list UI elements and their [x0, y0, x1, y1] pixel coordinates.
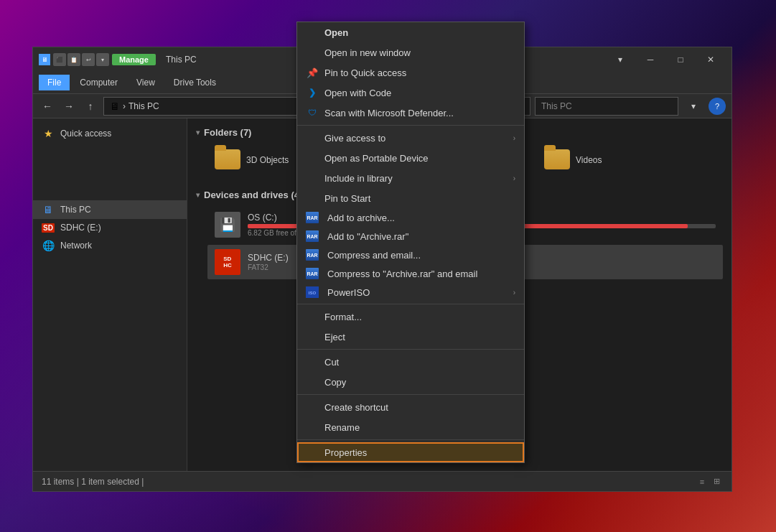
ctx-rar4-icon: RAR	[306, 268, 319, 279]
folder-videos[interactable]: Videos	[537, 145, 641, 175]
quick-access-icons: ⬛ 📋 ↩ ▾	[53, 53, 109, 66]
ctx-rar3-icon: RAR	[306, 249, 319, 261]
ctx-poweriso[interactable]: ISO PowerISO ›	[297, 283, 524, 302]
drives-title: Devices and drives (4)	[204, 190, 302, 200]
ctx-open-new-window[interactable]: Open in new window	[297, 42, 524, 62]
ctx-sep-4	[297, 394, 524, 395]
ctx-poweriso-icon: ISO	[306, 286, 319, 298]
ctx-open-portable[interactable]: Open as Portable Device	[297, 148, 524, 168]
ctx-pin-icon: 📌	[306, 66, 319, 79]
view-icons: ≡ ⊞	[696, 475, 723, 488]
folder-videos-label: Videos	[576, 155, 602, 165]
ctx-give-access-arrow: ›	[513, 134, 515, 142]
tab-computer[interactable]: Computer	[71, 75, 126, 90]
sidebar-item-this-pc[interactable]: 🖥 This PC	[33, 200, 187, 219]
ctx-open-vscode[interactable]: ❯ Open with Code	[297, 83, 524, 103]
ctx-shortcut-icon	[306, 401, 319, 414]
network-icon: 🌐	[42, 240, 55, 251]
list-view-icon[interactable]: ≡	[696, 475, 709, 488]
ctx-library-arrow: ›	[513, 174, 515, 182]
back-button[interactable]: ←	[39, 98, 56, 115]
ctx-open[interactable]: Open	[297, 22, 524, 42]
ctx-give-access[interactable]: Give access to ›	[297, 128, 524, 148]
drives-arrow: ▾	[196, 191, 200, 199]
sidebar-item-sdhc[interactable]: SD SDHC (E:)	[33, 219, 187, 236]
maximize-button[interactable]: □	[665, 47, 696, 72]
title-bar-controls: ─ □ ✕	[635, 47, 726, 72]
qa-icon-3[interactable]: ↩	[82, 53, 95, 66]
context-menu: Open Open in new window 📌 Pin to Quick a…	[296, 22, 525, 463]
help-button[interactable]: ?	[709, 98, 726, 115]
sidebar-label-this-pc: This PC	[60, 205, 91, 215]
ctx-compress-email[interactable]: RAR Compress and email...	[297, 246, 524, 264]
minimize-button[interactable]: ─	[635, 47, 665, 72]
ctx-rename[interactable]: Rename	[297, 417, 524, 437]
ctx-vscode-icon: ❯	[306, 86, 319, 99]
folder-3d-icon	[215, 149, 240, 171]
sidebar-item-network[interactable]: 🌐 Network	[33, 236, 187, 255]
up-button[interactable]: ↑	[82, 98, 99, 115]
ctx-create-shortcut[interactable]: Create shortcut	[297, 397, 524, 417]
ctx-cut[interactable]: Cut	[297, 352, 524, 372]
ctx-sep-5	[297, 439, 524, 440]
ctx-copy[interactable]: Copy	[297, 372, 524, 392]
tab-view[interactable]: View	[128, 75, 164, 90]
sidebar-label-network: Network	[60, 241, 92, 251]
forward-button[interactable]: →	[60, 98, 78, 115]
options-arrow[interactable]: ▾	[683, 94, 704, 118]
ctx-sep-3	[297, 349, 524, 350]
drive-hdd-icon: 💾	[215, 212, 240, 238]
folders-title: Folders (7)	[204, 127, 251, 138]
sdhc-icon: SD	[42, 223, 55, 233]
ctx-library-icon	[306, 172, 319, 185]
title-bar-expand[interactable]: ▾	[609, 47, 631, 72]
folders-arrow: ▾	[196, 129, 200, 136]
sidebar-label-sdhc: SDHC (E:)	[60, 223, 101, 233]
ctx-compress-archive-email[interactable]: RAR Compress to "Archive.rar" and email	[297, 264, 524, 283]
ctx-give-access-icon	[306, 131, 319, 144]
path-location: This PC	[128, 101, 159, 111]
path-pc-icon: 🖥	[110, 101, 120, 112]
ctx-cut-icon	[306, 355, 319, 368]
ctx-sep-1	[297, 125, 524, 126]
ctx-defender-icon: 🛡	[306, 106, 319, 119]
status-bar: 11 items | 1 item selected | ≡ ⊞	[33, 471, 731, 491]
search-box[interactable]: This PC	[535, 97, 678, 116]
ctx-include-library[interactable]: Include in library ›	[297, 168, 524, 188]
sidebar-label-quick-access: Quick access	[60, 129, 111, 139]
folder-videos-icon	[544, 149, 570, 171]
ctx-format-icon	[306, 310, 319, 323]
search-placeholder: This PC	[541, 101, 572, 111]
close-button[interactable]: ✕	[696, 47, 726, 72]
ctx-format[interactable]: Format...	[297, 307, 524, 327]
tab-drive-tools[interactable]: Drive Tools	[165, 75, 225, 90]
star-icon: ★	[42, 128, 55, 139]
ctx-add-archive[interactable]: RAR Add to archive...	[297, 208, 524, 227]
sidebar-item-quick-access[interactable]: ★ Quick access	[33, 124, 187, 143]
ctx-add-archive-rar[interactable]: RAR Add to "Archive.rar"	[297, 227, 524, 246]
ctx-rename-icon	[306, 421, 319, 434]
ctx-pin-start-icon	[306, 192, 319, 205]
ctx-scan-defender[interactable]: 🛡 Scan with Microsoft Defender...	[297, 103, 524, 123]
ctx-rar2-icon: RAR	[306, 230, 319, 242]
qa-icon-2[interactable]: 📋	[67, 53, 80, 66]
ctx-portable-icon	[306, 151, 319, 164]
ctx-eject-icon	[306, 330, 319, 343]
ctx-open-new-icon	[306, 46, 319, 59]
ctx-eject[interactable]: Eject	[297, 327, 524, 347]
grid-view-icon[interactable]: ⊞	[710, 475, 723, 488]
qa-icon-dropdown[interactable]: ▾	[96, 53, 109, 66]
ctx-sep-2	[297, 304, 524, 304]
ctx-properties[interactable]: Properties	[297, 442, 524, 462]
qa-icon-1[interactable]: ⬛	[53, 53, 66, 66]
ctx-open-icon	[306, 26, 319, 39]
tab-file[interactable]: File	[39, 75, 70, 90]
ctx-poweriso-arrow: ›	[513, 289, 515, 297]
manage-button[interactable]: Manage	[112, 54, 156, 65]
window-icon: 🖥	[39, 54, 50, 65]
svg-text:ISO: ISO	[309, 291, 317, 295]
ctx-pin-start[interactable]: Pin to Start	[297, 188, 524, 208]
window-title: This PC	[166, 55, 197, 65]
ctx-pin-quick-access[interactable]: 📌 Pin to Quick access	[297, 62, 524, 83]
ctx-properties-icon	[306, 446, 319, 459]
